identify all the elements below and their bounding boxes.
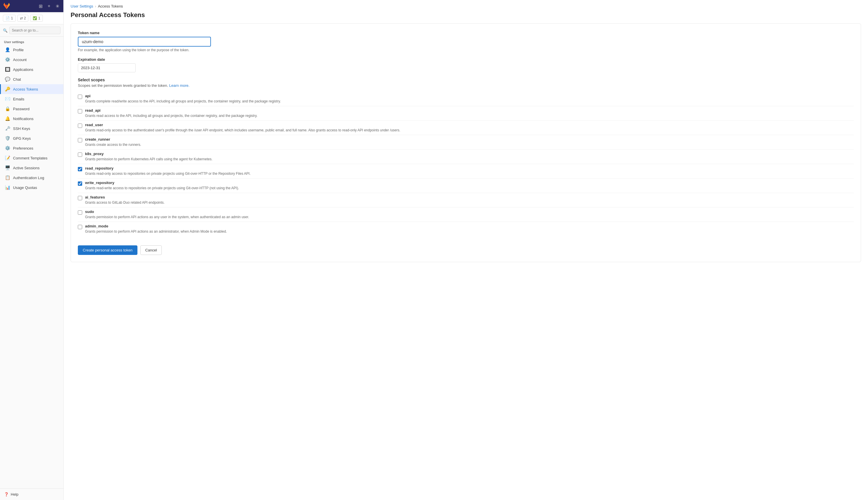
todos-counter-btn[interactable]: ✅ 1	[30, 15, 43, 22]
sidebar-section-label: User settings	[0, 37, 64, 45]
scope-name-k8s-proxy[interactable]: k8s_proxy	[85, 152, 213, 156]
sidebar: ⊞ + ✳ 📄 1 ⇄ 2 ✅ 1 🔍 User settings 👤 Prof…	[0, 0, 64, 500]
scope-item-api: api Grants complete read/write access to…	[78, 92, 854, 106]
scope-name-read-api[interactable]: read_api	[85, 108, 258, 113]
sidebar-item-emails[interactable]: ✉️ Emails	[0, 94, 64, 104]
scope-item-read-api: read_api Grants read access to the API, …	[78, 106, 854, 121]
scope-item-create-runner: create_runner Grants create access to th…	[78, 135, 854, 150]
scope-item-ai-features: ai_features Grants access to GitLab Duo …	[78, 193, 854, 207]
sidebar-item-account[interactable]: ⚙️ Account	[0, 55, 64, 65]
scope-checkbox-api[interactable]	[78, 95, 82, 99]
token-name-input[interactable]	[78, 37, 211, 47]
scope-name-admin-mode[interactable]: admin_mode	[85, 224, 227, 228]
form-card: Token name For example, the application …	[71, 23, 861, 262]
sidebar-item-label: Usage Quotas	[13, 185, 37, 190]
mr-icon: ⇄	[20, 16, 23, 20]
notifications-icon: 🔔	[5, 116, 10, 121]
sidebar-item-applications[interactable]: 🔲 Applications	[0, 65, 64, 75]
expiration-label: Expiration date	[78, 57, 854, 61]
date-clear-btn[interactable]: ✕	[133, 64, 136, 72]
sidebar-item-label: Preferences	[13, 146, 33, 150]
cancel-button[interactable]: Cancel	[140, 246, 162, 255]
sidebar-item-usage-quotas[interactable]: 📊 Usage Quotas	[0, 183, 64, 192]
scope-info-create-runner: create_runner Grants create access to th…	[85, 137, 141, 147]
sidebar-footer[interactable]: ❓ Help	[0, 488, 64, 500]
issues-icon: 📄	[5, 16, 10, 20]
expiration-date-input[interactable]	[78, 64, 133, 72]
sidebar-nav: 👤 Profile ⚙️ Account 🔲 Applications 💬 Ch…	[0, 45, 64, 192]
scope-checkbox-write-repository[interactable]	[78, 181, 82, 186]
scope-item-write-repository: write_repository Grants read-write acces…	[78, 179, 854, 193]
top-bar-counters: 📄 1 ⇄ 2 ✅ 1	[0, 12, 64, 24]
scope-desc-read-user: Grants read-only access to the authentic…	[85, 128, 400, 133]
issues-counter-btn[interactable]: 📄 1	[3, 15, 16, 22]
scope-info-read-user: read_user Grants read-only access to the…	[85, 123, 400, 133]
scope-item-read-user: read_user Grants read-only access to the…	[78, 121, 854, 135]
create-token-button[interactable]: Create personal access token	[78, 246, 137, 255]
merge-requests-counter-btn[interactable]: ⇄ 2	[18, 15, 28, 22]
sidebar-item-comment-templates[interactable]: 📝 Comment Templates	[0, 153, 64, 163]
sidebar-panel-toggle[interactable]: ⊞	[38, 3, 44, 10]
sidebar-item-preferences[interactable]: ⚙️ Preferences	[0, 143, 64, 153]
scope-checkbox-admin-mode[interactable]	[78, 225, 82, 229]
sidebar-item-label: Authentication Log	[13, 175, 44, 180]
scope-checkbox-create-runner[interactable]	[78, 138, 82, 143]
scope-checkbox-read-repository[interactable]	[78, 167, 82, 171]
sidebar-new-btn[interactable]: +	[47, 3, 52, 9]
scope-name-read-user[interactable]: read_user	[85, 123, 400, 127]
scopes-section: Select scopes Scopes set the permission …	[78, 78, 854, 236]
scope-name-create-runner[interactable]: create_runner	[85, 137, 141, 141]
sidebar-item-chat[interactable]: 💬 Chat	[0, 75, 64, 84]
chat-icon: 💬	[5, 77, 10, 82]
sidebar-top-icons: ⊞ + ✳	[38, 3, 60, 10]
token-name-hint: For example, the application using the t…	[78, 48, 854, 52]
scope-checkbox-ai-features[interactable]	[78, 196, 82, 200]
applications-icon: 🔲	[5, 67, 10, 72]
search-input[interactable]	[9, 27, 60, 34]
scope-desc-create-runner: Grants create access to the runners.	[85, 142, 141, 147]
scope-checkbox-read-api[interactable]	[78, 109, 82, 113]
scope-desc-admin-mode: Grants permission to perform API actions…	[85, 229, 227, 234]
sidebar-item-auth-log[interactable]: 📋 Authentication Log	[0, 173, 64, 183]
main-content: User Settings › Access Tokens Personal A…	[64, 0, 868, 500]
token-name-label: Token name	[78, 31, 854, 35]
emails-icon: ✉️	[5, 96, 10, 102]
sidebar-activity-btn[interactable]: ✳	[54, 3, 60, 10]
sidebar-item-profile[interactable]: 👤 Profile	[0, 45, 64, 55]
scope-name-read-repository[interactable]: read_repository	[85, 166, 251, 170]
search-bar: 🔍	[0, 24, 64, 37]
scopes-learn-more-link[interactable]: Learn more.	[169, 83, 190, 88]
scope-info-read-api: read_api Grants read access to the API, …	[85, 108, 258, 118]
sidebar-item-gpg-keys[interactable]: 🛡️ GPG Keys	[0, 133, 64, 143]
scope-name-api[interactable]: api	[85, 94, 281, 98]
scope-desc-api: Grants complete read/write access to the…	[85, 99, 281, 104]
scope-info-api: api Grants complete read/write access to…	[85, 94, 281, 104]
scope-desc-ai-features: Grants access to GitLab Duo related API …	[85, 200, 164, 205]
breadcrumb: User Settings › Access Tokens	[64, 0, 868, 8]
sidebar-item-label: Access Tokens	[13, 87, 38, 91]
sidebar-item-active-sessions[interactable]: 🖥️ Active Sessions	[0, 163, 64, 173]
sidebar-top-bar: ⊞ + ✳	[0, 0, 64, 12]
sidebar-item-label: Active Sessions	[13, 166, 39, 170]
scope-checkbox-read-user[interactable]	[78, 124, 82, 128]
breadcrumb-current: Access Tokens	[98, 4, 123, 8]
scope-item-admin-mode: admin_mode Grants permission to perform …	[78, 222, 854, 236]
sidebar-item-label: Profile	[13, 48, 24, 52]
scope-name-sudo[interactable]: sudo	[85, 209, 249, 214]
scope-name-write-repository[interactable]: write_repository	[85, 181, 239, 185]
sidebar-item-notifications[interactable]: 🔔 Notifications	[0, 114, 64, 124]
scope-checkbox-k8s-proxy[interactable]	[78, 152, 82, 157]
access-tokens-icon: 🔑	[5, 87, 10, 92]
scope-name-ai-features[interactable]: ai_features	[85, 195, 164, 200]
scope-info-k8s-proxy: k8s_proxy Grants permission to perform K…	[85, 152, 213, 162]
sidebar-item-ssh-keys[interactable]: 🗝️ SSH Keys	[0, 124, 64, 133]
account-icon: ⚙️	[5, 57, 10, 62]
sidebar-item-access-tokens[interactable]: 🔑 Access Tokens	[0, 84, 64, 94]
scopes-title: Select scopes	[78, 78, 854, 82]
form-actions: Create personal access token Cancel	[78, 242, 854, 255]
breadcrumb-parent[interactable]: User Settings	[71, 4, 93, 8]
scope-desc-write-repository: Grants read-write access to repositories…	[85, 185, 239, 191]
sidebar-item-password[interactable]: 🔒 Password	[0, 104, 64, 114]
scope-checkbox-sudo[interactable]	[78, 211, 82, 215]
scope-desc-read-repository: Grants read-only access to repositories …	[85, 171, 251, 176]
